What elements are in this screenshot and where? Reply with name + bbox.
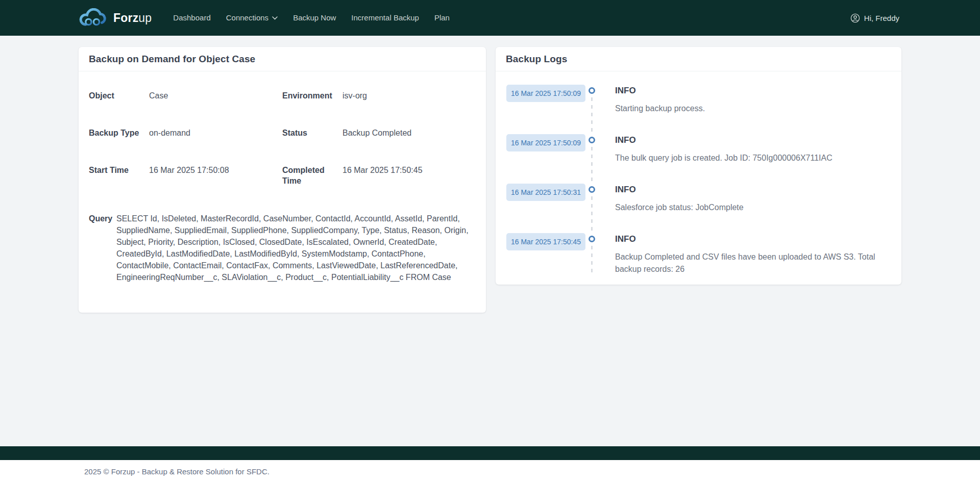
- field-label: Completed Time: [282, 165, 342, 186]
- field-completed-time: Completed Time 16 Mar 2025 17:50:45: [282, 165, 476, 186]
- nav-links: Dashboard Connections Backup Now Increme…: [173, 0, 450, 36]
- log-entry: 16 Mar 2025 17:50:45 INFO Backup Complet…: [506, 233, 891, 275]
- field-value: 16 Mar 2025 17:50:45: [342, 165, 423, 175]
- user-avatar-icon: [850, 13, 860, 23]
- log-timestamp-badge: 16 Mar 2025 17:50:09: [506, 85, 585, 102]
- timeline-connector: [591, 147, 593, 183]
- brand-name: Forzup: [113, 11, 152, 25]
- nav-item-dashboard[interactable]: Dashboard: [173, 0, 210, 36]
- backup-detail-body: Object Case Environment isv-org Backup T…: [79, 71, 486, 313]
- timeline-track: [581, 184, 602, 233]
- log-level: INFO: [615, 86, 891, 96]
- timeline-track: [581, 85, 602, 134]
- field-label: Status: [282, 128, 342, 138]
- nav-item-connections[interactable]: Connections: [226, 0, 278, 36]
- timeline-node-icon: [589, 186, 595, 193]
- forzup-logo[interactable]: Forzup: [79, 8, 152, 28]
- field-row: Start Time 16 Mar 2025 17:50:08 Complete…: [89, 165, 476, 186]
- log-timestamp-badge: 16 Mar 2025 17:50:45: [506, 233, 585, 250]
- field-value: Backup Completed: [342, 128, 411, 138]
- footer-accent-band: [0, 446, 980, 460]
- field-status: Status Backup Completed: [282, 128, 476, 138]
- nav-item-incremental-backup[interactable]: Incremental Backup: [351, 0, 419, 36]
- timeline-connector: [591, 196, 593, 232]
- timeline-node-icon: [589, 137, 595, 143]
- backup-logs-card: Backup Logs 16 Mar 2025 17:50:09 INFO St…: [496, 47, 901, 285]
- timeline-node-icon: [589, 87, 595, 94]
- field-value: Case: [149, 90, 168, 101]
- backup-logs-body: 16 Mar 2025 17:50:09 INFO Starting backu…: [496, 71, 901, 285]
- backup-detail-card: Backup on Demand for Object Case Object …: [79, 47, 486, 313]
- log-level: INFO: [615, 234, 891, 244]
- main-content: Backup on Demand for Object Case Object …: [0, 36, 980, 313]
- log-level: INFO: [615, 135, 891, 145]
- user-greeting: Hi, Freddy: [864, 14, 899, 22]
- field-start-time: Start Time 16 Mar 2025 17:50:08: [89, 165, 282, 186]
- log-message: Starting backup process.: [615, 103, 891, 115]
- page-footer: 2025 © Forzup - Backup & Restore Solutio…: [0, 460, 980, 483]
- log-entry: 16 Mar 2025 17:50:09 INFO Starting backu…: [506, 85, 891, 134]
- field-value: isv-org: [342, 90, 367, 101]
- field-label: Start Time: [89, 165, 149, 175]
- log-entry: 16 Mar 2025 17:50:09 INFO The bulk query…: [506, 134, 891, 184]
- top-navbar: Forzup Dashboard Connections Backup Now …: [0, 0, 980, 36]
- field-label: Object: [89, 90, 149, 101]
- field-object: Object Case: [89, 90, 282, 101]
- timeline-connector: [591, 97, 593, 133]
- log-message: Backup Completed and CSV files have been…: [615, 251, 891, 275]
- log-level: INFO: [615, 185, 891, 195]
- user-menu[interactable]: Hi, Freddy: [850, 13, 899, 23]
- timeline-track: [581, 134, 602, 184]
- field-row: Object Case Environment isv-org: [89, 90, 476, 101]
- field-row: Backup Type on-demand Status Backup Comp…: [89, 128, 476, 138]
- log-entry: 16 Mar 2025 17:50:31 INFO Salesforce job…: [506, 184, 891, 233]
- query-value: SELECT Id, IsDeleted, MasterRecordId, Ca…: [116, 213, 470, 283]
- field-label: Query: [89, 213, 116, 283]
- field-label: Environment: [282, 90, 342, 101]
- timeline-track: [581, 233, 602, 275]
- timeline-node-icon: [589, 236, 595, 242]
- nav-item-plan[interactable]: Plan: [434, 0, 450, 36]
- nav-item-backup-now[interactable]: Backup Now: [293, 0, 336, 36]
- log-message: The bulk query job is created. Job ID: 7…: [615, 152, 891, 164]
- log-timestamp-badge: 16 Mar 2025 17:50:09: [506, 134, 585, 151]
- copyright-text: 2025 © Forzup - Backup & Restore Solutio…: [84, 467, 270, 476]
- field-query: Query SELECT Id, IsDeleted, MasterRecord…: [89, 213, 476, 283]
- field-value: 16 Mar 2025 17:50:08: [149, 165, 229, 175]
- field-value: on-demand: [149, 128, 190, 138]
- chevron-down-icon: [272, 16, 278, 20]
- field-label: Backup Type: [89, 128, 149, 138]
- log-message: Salesforce job status: JobComplete: [615, 201, 891, 214]
- backup-logs-card-title: Backup Logs: [496, 47, 901, 71]
- log-timestamp-badge: 16 Mar 2025 17:50:31: [506, 184, 585, 201]
- backup-detail-card-title: Backup on Demand for Object Case: [79, 47, 486, 71]
- timeline-connector: [591, 246, 593, 272]
- field-backup-type: Backup Type on-demand: [89, 128, 282, 138]
- cloud-logo-icon: [79, 8, 109, 28]
- field-environment: Environment isv-org: [282, 90, 476, 101]
